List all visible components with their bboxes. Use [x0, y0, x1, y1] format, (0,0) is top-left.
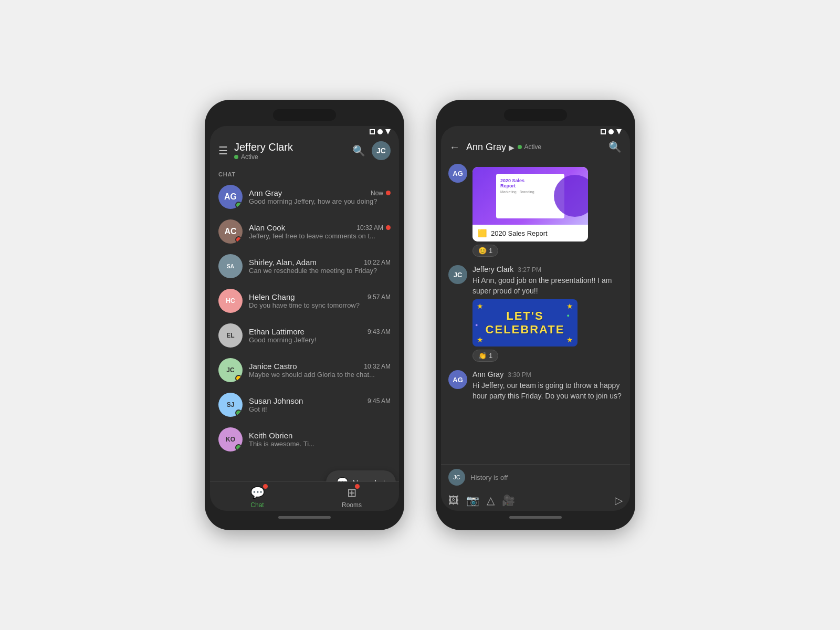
chat-name-row-alan: Alan Cook 10:32 AM — [249, 223, 391, 232]
doc-card[interactable]: 2020 SalesReport Marketing · Branding 🟨 … — [472, 167, 588, 242]
reaction-pill-jeffery[interactable]: 👏 1 — [472, 350, 498, 362]
chat-time-shirley: 10:22 AM — [364, 259, 391, 266]
header-subtitle: Active — [234, 153, 346, 161]
home-bar-left — [278, 516, 331, 519]
chat-time-helen: 9:57 AM — [368, 293, 391, 301]
phone-notch-right — [504, 109, 567, 121]
msg-avatar-ann-doc: AG — [448, 164, 467, 183]
chat-name-row-helen: Helen Chang 9:57 AM — [249, 292, 391, 301]
video-icon[interactable]: 🎥 — [502, 494, 515, 507]
search-icon-left[interactable]: 🔍 — [352, 144, 365, 157]
status-icons-right — [601, 129, 622, 134]
chat-preview-keith: This is awesome. Ti... — [249, 440, 391, 448]
sales-report-title: 2020 SalesReport — [500, 178, 560, 190]
photo-icon[interactable]: 🖼 — [448, 495, 459, 507]
bottom-nav-left: 💬 Chat ⊞ Rooms — [210, 481, 399, 511]
chat-list: AG Ann Gray Now Good morning Jeffery, ho… — [210, 180, 399, 481]
reaction-pill-doc[interactable]: 😊 1 — [472, 245, 498, 257]
chat-info-keith: Keith Obrien This is awesome. Ti... — [249, 431, 391, 448]
chat-item-susan[interactable]: SJ Susan Johnson 9:45 AM Got it! — [210, 387, 399, 422]
status-circle-icon — [377, 129, 383, 134]
chat-info-shirley: Shirley, Alan, Adam 10:22 AM Can we resc… — [249, 258, 391, 275]
rooms-nav-label: Rooms — [342, 501, 362, 509]
chat-preview-helen: Do you have time to sync tomorrow? — [249, 301, 391, 309]
msg-ann-bubble: AG Ann Gray 3:30 PM Hi Jeffery, our team… — [448, 370, 623, 401]
phone-screen-left: ☰ Jeffery Clark Active 🔍 JC CHAT AG — [210, 126, 399, 511]
chat-info-helen: Helen Chang 9:57 AM Do you have time to … — [249, 292, 391, 309]
doc-card-footer: 🟨 2020 Sales Report — [472, 225, 588, 242]
msg-time-jeffery: 3:27 PM — [518, 266, 541, 274]
input-toolbar: 🖼 📷 △ 🎥 ▷ — [441, 490, 630, 511]
chat-name-row-susan: Susan Johnson 9:45 AM — [249, 396, 391, 405]
msg-header-jeffery: Jeffery Clark 3:27 PM — [472, 265, 623, 274]
active-status-left: Active — [241, 153, 258, 161]
chat-name-row-ethan: Ethan Lattimore 9:43 AM — [249, 327, 391, 336]
search-icon-right[interactable]: 🔍 — [608, 141, 622, 153]
gif-celebrate-text: LET'SCELEBRATE — [486, 309, 565, 337]
reaction-count-jeffery: 1 — [489, 352, 492, 360]
history-bar: JC History is off — [441, 464, 630, 490]
drive-icon[interactable]: △ — [487, 494, 495, 507]
active-dot-right — [518, 145, 522, 149]
avatar-shirley: SA — [218, 254, 243, 278]
chat-info-ethan: Ethan Lattimore 9:43 AM Good morning Jef… — [249, 327, 391, 344]
sales-report-sub: Marketing · Branding — [500, 190, 560, 194]
header-title: Jeffery Clark — [234, 141, 346, 153]
badge-janice — [235, 375, 242, 382]
chat-item-helen[interactable]: HC Helen Chang 9:57 AM Do you have time … — [210, 284, 399, 318]
nav-item-chat[interactable]: 💬 Chat — [210, 486, 304, 509]
rooms-nav-icon: ⊞ — [347, 486, 356, 500]
phone-notch-left — [273, 109, 336, 121]
chat-name-ann: Ann Gray — [249, 188, 282, 197]
msg-content-ann: Ann Gray 3:30 PM Hi Jeffery, our team is… — [472, 370, 623, 401]
msg-time-ann: 3:30 PM — [508, 371, 531, 379]
avatar-keith: KO — [218, 427, 243, 452]
chat-item-ann[interactable]: AG Ann Gray Now Good morning Jeffery, ho… — [210, 180, 399, 214]
chat-time-janice: 10:32 AM — [364, 363, 391, 370]
chat-name-helen: Helen Chang — [249, 292, 295, 301]
chat-item-keith[interactable]: KO Keith Obrien This is awesome. Ti... — [210, 422, 399, 457]
camera-icon[interactable]: 📷 — [466, 494, 479, 507]
chat-preview-susan: Got it! — [249, 405, 391, 413]
msg-avatar-ann-party: AG — [448, 370, 467, 389]
chat-preview-alan: Jeffery, feel free to leave comments on … — [249, 232, 391, 240]
chat-item-shirley[interactable]: SA Shirley, Alan, Adam 10:22 AM Can we r… — [210, 249, 399, 284]
chat-name-ethan: Ethan Lattimore — [249, 327, 304, 336]
nav-item-rooms[interactable]: ⊞ Rooms — [304, 486, 399, 509]
chat-item-janice[interactable]: JC Janice Castro 10:32 AM Maybe we shoul… — [210, 353, 399, 387]
msg-text-ann: Hi Jeffery, our team is going to throw a… — [472, 381, 623, 401]
doc-card-title: 2020 Sales Report — [491, 229, 548, 237]
rooms-nav-badge — [355, 484, 360, 489]
msg-content-doc: 2020 SalesReport Marketing · Branding 🟨 … — [472, 164, 623, 257]
expand-icon[interactable]: ▶ — [509, 143, 514, 152]
avatar-janice: JC — [218, 358, 243, 382]
chat-time-susan: 9:45 AM — [368, 397, 391, 405]
unread-dot-ann — [386, 191, 391, 195]
reaction-emoji-jeffery: 👏 — [478, 352, 487, 360]
chat-header-title-block: Ann Gray ▶ Active — [466, 142, 602, 153]
chat-time-alan: 10:32 AM — [356, 224, 391, 232]
chat-name-row-janice: Janice Castro 10:32 AM — [249, 362, 391, 371]
menu-icon[interactable]: ☰ — [218, 144, 228, 157]
chat-name-janice: Janice Castro — [249, 362, 297, 371]
history-avatar: JC — [448, 469, 465, 486]
chat-item-ethan[interactable]: EL Ethan Lattimore 9:43 AM Good morning … — [210, 318, 399, 353]
chat-info-alan: Alan Cook 10:32 AM Jeffery, feel free to… — [249, 223, 391, 240]
avatar-susan: SJ — [218, 393, 243, 417]
msg-name-jeffery: Jeffery Clark — [472, 265, 513, 274]
chat-header-right: ← Ann Gray ▶ Active 🔍 — [441, 135, 630, 159]
chat-name-shirley: Shirley, Alan, Adam — [249, 258, 317, 267]
active-status-right: Active — [524, 143, 542, 151]
badge-ann — [235, 202, 242, 208]
chat-nav-label: Chat — [250, 501, 264, 509]
user-avatar-left[interactable]: JC — [372, 141, 391, 160]
msg-avatar-jeffery: JC — [448, 265, 467, 284]
back-icon[interactable]: ← — [449, 141, 460, 153]
send-icon[interactable]: ▷ — [615, 494, 623, 507]
unread-dot-alan — [386, 225, 391, 230]
chat-header-name: Ann Gray — [466, 142, 506, 152]
badge-alan — [235, 236, 242, 243]
chat-header-title-wrap: Ann Gray ▶ — [466, 142, 514, 153]
chat-item-alan[interactable]: AC Alan Cook 10:32 AM Jeffery, feel free… — [210, 214, 399, 249]
msg-doc-bubble: AG 2020 SalesReport Marketing · Branding — [448, 164, 623, 257]
